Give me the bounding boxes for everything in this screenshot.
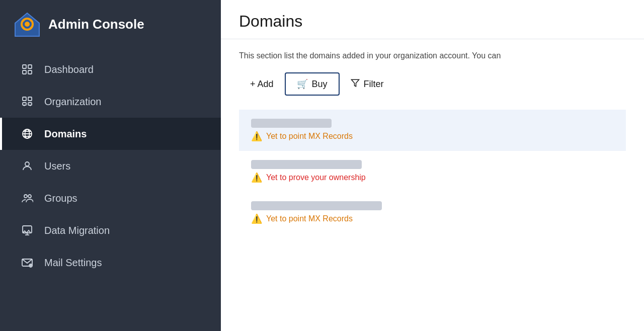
domain-item[interactable]: ⚠️ Yet to prove your ownership: [239, 151, 626, 192]
mail-settings-icon: [20, 256, 34, 270]
warning-icon: ⚠️: [251, 172, 262, 183]
main-body: This section list the domains added in y…: [221, 39, 644, 331]
groups-icon: [20, 191, 34, 205]
main-header: Domains: [221, 0, 644, 39]
svg-marker-37: [351, 79, 359, 87]
sidebar: Admin Console Dashboard: [0, 0, 221, 331]
main-content: Domains This section list the domains ad…: [221, 0, 644, 331]
sidebar-item-groups[interactable]: Groups: [0, 182, 221, 214]
svg-point-28: [24, 195, 27, 198]
description-text: This section list the domains added in y…: [239, 51, 626, 60]
svg-rect-12: [23, 65, 26, 68]
toolbar: + Add 🛒 Buy Filter: [239, 72, 626, 96]
svg-rect-15: [28, 70, 32, 74]
warning-icon: ⚠️: [251, 131, 262, 142]
svg-rect-6: [21, 24, 23, 25]
svg-rect-14: [23, 70, 26, 74]
sidebar-header: Admin Console: [0, 0, 221, 48]
sidebar-item-label: Dashboard: [44, 64, 94, 75]
filter-button-label: Filter: [364, 79, 384, 90]
svg-rect-16: [23, 97, 26, 101]
svg-rect-5: [27, 29, 28, 31]
add-button-label: + Add: [250, 79, 274, 90]
sidebar-item-label: Groups: [44, 193, 77, 204]
sidebar-item-organization[interactable]: Organization: [0, 86, 221, 118]
warning-icon: ⚠️: [251, 213, 262, 224]
buy-button[interactable]: 🛒 Buy: [285, 72, 340, 96]
organization-icon: [20, 95, 34, 109]
svg-rect-18: [23, 103, 26, 105]
domain-name-1: [251, 119, 332, 128]
sidebar-item-dashboard[interactable]: Dashboard: [0, 53, 221, 86]
status-text: Yet to point MX Records: [266, 214, 353, 223]
buy-button-label: Buy: [312, 79, 328, 90]
svg-point-27: [25, 162, 29, 166]
sidebar-item-domains[interactable]: Domains: [0, 118, 221, 150]
domain-status-2: ⚠️ Yet to prove your ownership: [251, 172, 614, 183]
sidebar-item-label: Users: [44, 160, 70, 172]
cart-icon: 🛒: [297, 78, 308, 90]
sidebar-item-label: Organization: [44, 96, 101, 108]
domain-status-3: ⚠️ Yet to point MX Records: [251, 213, 614, 224]
domain-name-2: [251, 160, 362, 169]
svg-rect-17: [28, 97, 32, 101]
sidebar-item-users[interactable]: Users: [0, 150, 221, 182]
domains-icon: [20, 127, 34, 141]
page-title: Domains: [239, 12, 626, 31]
sidebar-item-label: Domains: [44, 128, 87, 140]
sidebar-nav: Dashboard Organization: [0, 48, 221, 331]
filter-icon: [351, 78, 360, 90]
svg-rect-13: [28, 65, 32, 68]
domain-item[interactable]: ⚠️ Yet to point MX Records: [239, 192, 626, 233]
dashboard-icon: [20, 62, 34, 76]
domain-list: ⚠️ Yet to point MX Records ⚠️ Yet to pro…: [239, 110, 626, 233]
sidebar-item-label: Data Migration: [44, 225, 110, 236]
add-button[interactable]: + Add: [239, 74, 285, 95]
svg-rect-4: [27, 18, 28, 20]
sidebar-item-mail-settings[interactable]: Mail Settings: [0, 246, 221, 279]
svg-point-3: [25, 22, 30, 27]
svg-point-29: [28, 195, 31, 198]
logo-icon: [14, 11, 40, 37]
filter-button[interactable]: Filter: [340, 73, 395, 95]
sidebar-item-label: Mail Settings: [44, 257, 102, 269]
svg-rect-7: [32, 24, 34, 25]
svg-rect-19: [28, 103, 32, 105]
status-text: Yet to point MX Records: [266, 132, 353, 141]
users-icon: [20, 159, 34, 173]
domain-status-1: ⚠️ Yet to point MX Records: [251, 131, 614, 142]
status-text: Yet to prove your ownership: [266, 173, 366, 182]
sidebar-item-data-migration[interactable]: Data Migration: [0, 214, 221, 246]
data-migration-icon: [20, 223, 34, 237]
domain-item[interactable]: ⚠️ Yet to point MX Records: [239, 110, 626, 151]
app-title: Admin Console: [48, 17, 144, 32]
domain-name-3: [251, 201, 382, 210]
